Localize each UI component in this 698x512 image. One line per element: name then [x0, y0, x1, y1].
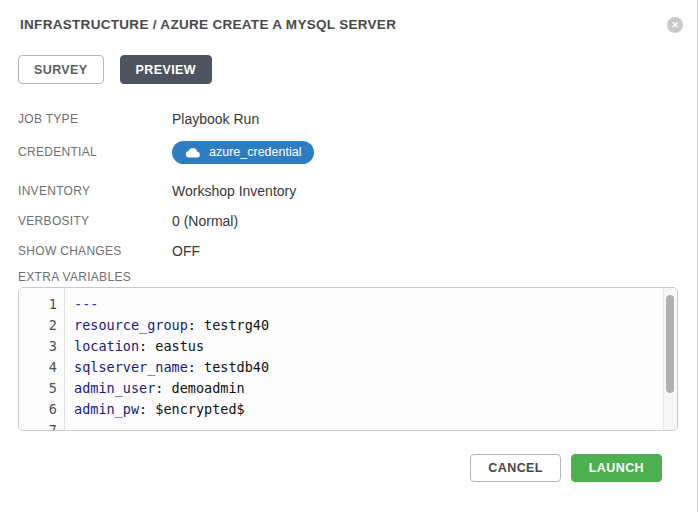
field-row-job-type: JOB TYPE Playbook Run [18, 104, 697, 134]
field-label: VERBOSITY [18, 214, 172, 228]
editor-scrollbar[interactable] [663, 288, 677, 430]
code-lines: 1 --- 2 resource_group: testrg40 3 locat… [19, 288, 677, 431]
code-line: 3 location: eastus [19, 335, 677, 356]
field-label: INVENTORY [18, 184, 172, 198]
field-row-inventory: INVENTORY Workshop Inventory [18, 176, 697, 206]
line-number: 7 [19, 422, 65, 432]
extra-variables-label: EXTRA VARIABLES [18, 270, 697, 284]
cancel-button[interactable]: CANCEL [470, 454, 560, 482]
field-label: SHOW CHANGES [18, 244, 172, 258]
modal-title: INFRASTRUCTURE / AZURE CREATE A MYSQL SE… [20, 17, 396, 33]
field-value: 0 (Normal) [172, 213, 238, 229]
launch-button[interactable]: LAUNCH [571, 454, 662, 482]
cloud-icon [185, 147, 201, 158]
credential-badge[interactable]: azure_credential [172, 141, 314, 164]
line-number: 3 [19, 338, 65, 354]
code-line: 5 admin_user: demoadmin [19, 377, 677, 398]
editor-scrollbar-thumb[interactable] [666, 295, 674, 393]
line-number: 2 [19, 317, 65, 333]
line-number: 4 [19, 359, 65, 375]
field-label: JOB TYPE [18, 112, 172, 126]
code-line: 4 sqlserver_name: testdb40 [19, 356, 677, 377]
field-row-show-changes: SHOW CHANGES OFF [18, 236, 697, 266]
field-label: CREDENTIAL [18, 145, 172, 159]
field-value: OFF [172, 243, 200, 259]
line-number: 6 [19, 401, 65, 417]
field-row-verbosity: VERBOSITY 0 (Normal) [18, 206, 697, 236]
tab-preview[interactable]: PREVIEW [120, 55, 212, 84]
code-line: 7 [19, 419, 677, 431]
tab-survey[interactable]: SURVEY [18, 55, 104, 84]
launch-preview-modal: INFRASTRUCTURE / AZURE CREATE A MYSQL SE… [0, 0, 698, 512]
credential-name: azure_credential [209, 145, 301, 159]
extra-variables-editor[interactable]: 1 --- 2 resource_group: testrg40 3 locat… [18, 287, 678, 431]
code-line: 1 --- [19, 293, 677, 314]
modal-footer: CANCEL LAUNCH [0, 454, 697, 482]
yaml-doc-start: --- [74, 296, 98, 312]
close-icon[interactable]: ✕ [667, 17, 683, 33]
field-value: Playbook Run [172, 111, 259, 127]
code-line: 6 admin_pw: $encrypted$ [19, 398, 677, 419]
modal-header: INFRASTRUCTURE / AZURE CREATE A MYSQL SE… [0, 0, 697, 33]
field-row-credential: CREDENTIAL azure_credential [18, 134, 697, 170]
code-line: 2 resource_group: testrg40 [19, 314, 677, 335]
field-value: Workshop Inventory [172, 183, 296, 199]
line-number: 1 [19, 296, 65, 312]
close-glyph: ✕ [671, 21, 679, 30]
job-detail-fields: JOB TYPE Playbook Run CREDENTIAL azure_c… [18, 104, 697, 266]
line-number: 5 [19, 380, 65, 396]
modal-tabs: SURVEY PREVIEW [18, 55, 697, 84]
